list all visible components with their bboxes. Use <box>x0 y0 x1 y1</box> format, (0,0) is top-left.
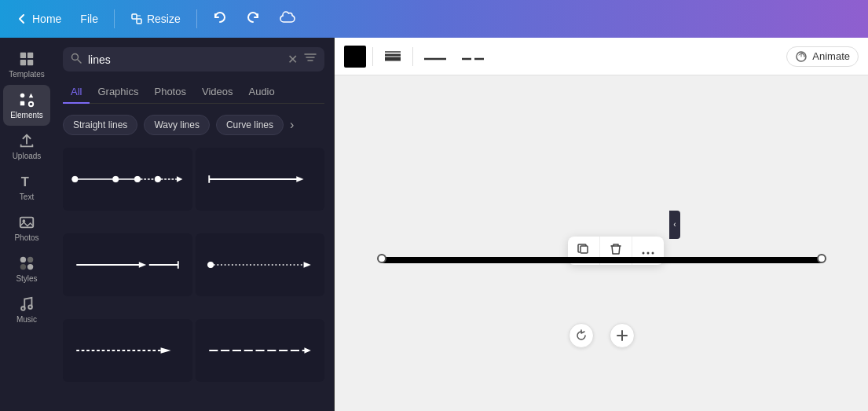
svg-rect-0 <box>132 14 137 19</box>
svg-marker-33 <box>177 176 182 182</box>
svg-point-14 <box>20 257 26 262</box>
tab-videos[interactable]: Videos <box>194 81 241 104</box>
file-label: File <box>80 13 98 25</box>
svg-rect-5 <box>20 60 26 65</box>
templates-icon <box>18 50 35 68</box>
long-dash-icon <box>462 57 484 61</box>
search-input[interactable] <box>88 53 281 66</box>
canvas-toolbar: Animate <box>335 38 868 75</box>
list-item[interactable] <box>196 233 325 296</box>
undo-button[interactable] <box>207 7 233 31</box>
chip-straight-lines[interactable]: Straight lines <box>63 115 137 135</box>
toolbar-separator-2 <box>412 47 413 66</box>
line-handle-right[interactable] <box>817 254 826 263</box>
rotate-icon <box>575 329 588 342</box>
tab-all[interactable]: All <box>63 81 90 104</box>
uploads-icon <box>18 132 35 149</box>
topbar-separator-2 <box>196 9 197 28</box>
sidebar-item-photos[interactable]: Photos <box>3 207 50 248</box>
cloud-save-button[interactable] <box>273 7 302 31</box>
search-panel: ✕ All Graphics Photos Videos Audio Strai… <box>53 38 335 411</box>
list-item[interactable] <box>196 148 325 211</box>
home-button[interactable]: Home <box>9 9 68 28</box>
list-item[interactable] <box>196 319 325 382</box>
back-icon <box>16 13 28 25</box>
tab-photos[interactable]: Photos <box>146 81 193 104</box>
sidebar-item-uploads[interactable]: Uploads <box>3 126 50 167</box>
topbar-separator <box>114 9 115 28</box>
svg-text:T: T <box>21 174 29 189</box>
svg-point-10 <box>29 102 34 107</box>
add-icon <box>616 329 628 342</box>
svg-line-21 <box>78 60 81 63</box>
animate-icon <box>795 50 808 63</box>
list-item[interactable] <box>63 233 192 296</box>
svg-point-31 <box>155 176 160 182</box>
svg-marker-45 <box>161 347 171 353</box>
svg-point-20 <box>72 54 79 61</box>
svg-point-16 <box>20 264 26 270</box>
sidebar-item-styles-label: Styles <box>16 274 37 283</box>
long-dash-button[interactable] <box>457 45 489 68</box>
animate-button[interactable]: Animate <box>786 46 859 67</box>
rotate-element-button[interactable] <box>569 323 594 348</box>
dash-line-icon <box>424 57 446 61</box>
lines-results-grid <box>63 148 324 402</box>
svg-point-19 <box>28 305 32 309</box>
animate-label: Animate <box>812 50 850 62</box>
thick-line-icon <box>384 49 401 61</box>
sidebar-item-templates-label: Templates <box>9 70 45 79</box>
sidebar-item-text-label: Text <box>20 193 34 201</box>
svg-point-41 <box>207 262 213 267</box>
thick-line-button[interactable] <box>379 44 406 69</box>
canvas-area: Animate <box>335 38 868 411</box>
photos-icon <box>18 214 35 231</box>
tab-graphics[interactable]: Graphics <box>90 81 146 104</box>
styles-icon <box>18 255 35 272</box>
chips-more-button[interactable]: › <box>290 118 294 132</box>
svg-marker-47 <box>304 347 310 353</box>
sidebar-item-music[interactable]: Music <box>3 289 50 330</box>
list-item[interactable] <box>63 319 192 382</box>
svg-point-7 <box>20 94 25 98</box>
redo-icon <box>246 10 260 24</box>
collapse-panel-button[interactable]: ‹ <box>669 211 680 239</box>
sidebar-item-text[interactable]: T Text <box>3 167 50 207</box>
filter-button[interactable] <box>304 53 317 67</box>
svg-rect-8 <box>20 101 25 106</box>
list-item[interactable] <box>63 148 192 211</box>
resize-button[interactable]: Resize <box>124 9 187 28</box>
search-tabs: All Graphics Photos Videos Audio <box>63 81 324 104</box>
home-label: Home <box>32 13 61 25</box>
svg-point-18 <box>21 306 25 310</box>
svg-point-27 <box>113 176 119 182</box>
color-picker-button[interactable] <box>344 46 366 68</box>
file-button[interactable]: File <box>74 9 104 28</box>
clear-search-button[interactable]: ✕ <box>288 52 298 67</box>
elements-icon <box>18 91 35 108</box>
sidebar-item-templates[interactable]: Templates <box>3 44 50 85</box>
svg-point-29 <box>134 176 140 182</box>
icon-sidebar: Templates Elements Uploads T Text <box>0 38 53 411</box>
svg-rect-1 <box>137 19 141 24</box>
svg-rect-3 <box>20 53 26 58</box>
chip-wavy-lines[interactable]: Wavy lines <box>144 115 210 135</box>
main-area: Templates Elements Uploads T Text <box>0 38 868 411</box>
filter-chips: Straight lines Wavy lines Curve lines › <box>63 115 324 135</box>
tab-audio[interactable]: Audio <box>240 81 282 104</box>
line-handle-left[interactable] <box>377 254 386 263</box>
resize-icon <box>130 13 143 25</box>
redo-button[interactable] <box>240 7 266 31</box>
sidebar-item-elements[interactable]: Elements <box>3 85 50 126</box>
chip-curve-lines[interactable]: Curve lines <box>216 115 284 135</box>
dash-line-button[interactable] <box>419 45 451 68</box>
canvas-content[interactable] <box>335 75 868 411</box>
line-element[interactable] <box>382 257 822 263</box>
sidebar-item-uploads-label: Uploads <box>13 152 42 160</box>
canvas-line-element[interactable] <box>382 252 822 266</box>
sidebar-item-styles[interactable]: Styles <box>3 248 50 289</box>
add-element-button[interactable] <box>610 323 635 348</box>
search-bar: ✕ <box>63 47 324 72</box>
resize-label: Resize <box>147 13 181 25</box>
sidebar-item-photos-label: Photos <box>14 233 38 242</box>
